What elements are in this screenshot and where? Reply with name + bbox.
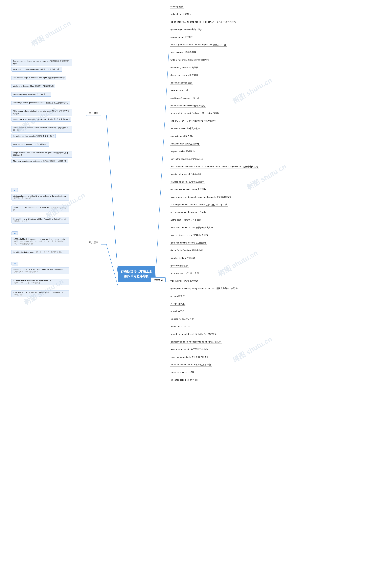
grammar-g4-sub: 在某个较长的时间（如世纪、朝代、年、月、季节以及泛指上午、下午或傍晚等）内 [14,240,67,245]
grammar-g2-main: Children in China start school at 6 year… [13,207,49,209]
right-item-r22: be in the school volleyball team=be a me… [170,165,259,168]
grammar-g5-main: He will arrive in two hours [13,251,34,253]
grammar-g8-main: If the train should be on time, I should… [13,291,65,293]
grammar-g4-main: in 2004, in March, in spring, in the mor… [13,238,64,240]
svg-line-1 [106,115,118,274]
left-item-l2: What time do you start lessons? 你们什么时候开始… [11,67,62,72]
grammar-item-g8: If the train should be on time, I should… [11,290,69,297]
right-item-r7: need to do sth. 需要做某事 [170,51,197,54]
grammar-g6-sub: 具体的时日和一个特定的时间 [14,270,67,273]
left-item-l8: I would like to tell you about my life h… [11,117,71,122]
right-item-r28: at 6 years old =at the age of 6 在六岁 [170,211,207,214]
right-item-r21: play in the playground 在操场上玩 [170,157,204,161]
watermark-5: 树图 shutu.cn [231,76,274,106]
right-item-r29: all the best 一切顺利，万事如意 [170,218,202,222]
grammar-g8-sub: 准时、按时 [14,293,24,296]
branch-key-grammar: 重点语法 [86,240,101,245]
right-item-r37: visit the museum 参观博物馆 [170,279,199,283]
right-item-r11: do some exercise 锻炼 [170,81,193,85]
right-item-r45: get ready to do sth =be ready to do sth … [170,340,222,344]
right-item-r40: at night 在夜里 [170,302,185,306]
grammar-in-label: in [11,231,18,235]
right-item-r35: go walking 去散步 [170,264,189,267]
watermark-7: 树图 shutu.cn [216,248,259,278]
right-item-r15: be never late for work / school 上班／上学从不迟… [170,112,220,115]
right-item-r46: learn a lot about sth. 关于某事了解很多 [170,348,209,351]
grammar-item-g2: Children in China start school at 6 year… [11,206,69,212]
right-item-r20: help each other 互相帮助 [170,150,195,153]
right-item-r39: at noon 在中午 [170,295,185,298]
right-item-r31: have no time to do sth. 没有时间做某事 [170,234,209,237]
right-item-r1: wake up 醒来 [170,5,184,9]
watermark-1: 树图 shutu.cn [29,18,73,48]
left-item-l5: I also like playing volleyball. 我也喜欢打排球 [11,92,51,97]
right-item-r18: chat with sb. 和某人聊天 [170,135,195,138]
grammar-g3-sub: 较短的一段时间 [14,220,27,222]
right-item-r13: start (begin) lessons 开始上课 [170,96,200,100]
right-item-r17: be all nice to sb. 都对某人很好 [170,127,201,130]
left-item-l6: We always have a good time at school. 我们… [11,101,70,105]
center-title: 苏教版英语七年级上册 [119,269,154,274]
right-item-r14: do after-school activities 做课外活动 [170,104,206,108]
page-wrapper: 树图 shutu.cn 树图 shutu.cn 树图 shutu.cn 树图 s… [0,0,368,588]
svg-line-2 [106,244,118,286]
watermark-8: 树图 shutu.cn [231,335,274,365]
right-item-r8: write to her online friend 写信给她的网友 [170,58,210,62]
left-item-l4: We have a Reading Club. 我们有一个阅读俱乐部 [11,84,55,88]
grammar-g1-sub: 时间的一点，时刻前 [14,197,31,199]
branch-key-phrases: 重点短语 [151,277,166,282]
right-item-r47: learn more about sth. 关于某事了解更多 [170,355,210,359]
grammar-g3-main: He went home at Christmas (at New Year, … [13,218,66,220]
right-item-r33: dance for half an hour 跳舞半小时 [170,249,204,252]
grammar-on-label: on [11,262,18,265]
right-item-r25: on Wednesday afternoon 在周三下午 [170,188,207,191]
grammar-item-g7: He arrived at 10 o'clock on the night of… [11,279,69,285]
center-subtitle: 第四单元思维导图 [119,274,154,279]
right-item-r26: have a good time doing sth=have fun doin… [170,196,232,199]
right-item-r9: do morning exercises 做早操 [170,66,199,69]
right-item-r6: need a good rest =need to have a good re… [170,43,227,46]
grammar-g7-sub: 在某个特定的早晨、下午或晚上 [14,282,67,284]
right-item-r44: help sb. get ready for sth. 帮助某人为...做好准备 [170,333,218,336]
grammar-item-g5: He will arrive in two hours 是一段时间之后，常用于将… [11,250,69,254]
left-item-l10: How often do they exercise? 他们多久锻炼一次？ [11,134,56,138]
left-item-l9: We do not have lessons on Saturday or Su… [11,126,72,133]
svg-line-5 [155,50,169,282]
right-item-r48: too much homework (to do) 要做 太多作业 [170,363,212,367]
center-box: 苏教版英语七年级上册 第四单元思维导图 [118,266,155,282]
right-item-r5: seldom go out 很少外出 [170,36,194,39]
right-item-r24: practise doing sth. 练习/训练做某事 [170,180,205,184]
right-item-r12: have lessons 上课 [170,89,189,92]
right-item-r2: wake sb. up 叫醒某人 [170,13,192,16]
right-item-r50: much too cold (hot) 太冷（热） [170,378,201,382]
grammar-g6-main: On Christmas Day, (On May 4th) ; there w… [13,268,63,270]
right-item-r32: go to her dancing lessons 去上舞蹈课 [170,241,207,245]
left-item-l3: Our lessons begin at a quarter past eigh… [11,76,66,80]
right-item-r3: it's time for sth. / It's time (for sb.)… [170,20,239,24]
right-item-r38: go on picnics with my family twice a mon… [170,287,239,290]
grammar-g5-sub: 是一段时间之后，常用于将来时 [36,251,62,253]
grammar-g7-main: He arrived at 10 o'clock on the night of… [13,280,51,282]
grammar-item-g1: at night, at noon, at midnight, at ten o… [11,194,69,200]
right-item-r41: at work 在工作 [170,310,185,313]
left-item-l1: Some dogs just don't know how to have fu… [11,59,72,66]
right-item-r36: between...and... 在...和...之间 [170,272,200,275]
right-item-r16: one of …… 之一，后接可数名词复数或复数代词 [170,119,217,123]
branch-key-sentences: 重点句型 [86,111,101,116]
right-item-r43: be bad for sb. 有...害 [170,325,191,328]
right-item-r10: do eye exercises 做眼保健操 [170,73,199,77]
right-item-r49: too many lessons 太多课 [170,371,195,374]
right-item-r34: go roller skating 去溜旱冰 [170,256,196,260]
grammar-at-label: at [11,188,18,192]
grammar-item-g4: in 2004, in March, in spring, in the mor… [11,237,69,246]
right-item-r23: practise after school 放学后训练 [170,173,202,176]
left-item-l13: They help us get ready for the day. 他们帮助… [11,159,68,163]
right-item-r27: in spring / summer / autumn / winter 在春（… [170,203,228,207]
grammar-item-g6: On Christmas Day, (On May 4th) ; there w… [11,267,69,274]
right-item-r4: go walking in the hills 去山上散步 [170,28,203,31]
right-item-r42: be good for sb. 对...有益 [170,317,195,321]
left-item-l7: Millie seldom chats with her friends aft… [11,109,72,116]
right-item-r30: have much time to do sth. 有很多时间做某事 [170,226,214,229]
right-item-r19: chat with each other 互相聊天 [170,142,200,145]
grammar-item-g3: He went home at Christmas (at New Year, … [11,217,69,224]
